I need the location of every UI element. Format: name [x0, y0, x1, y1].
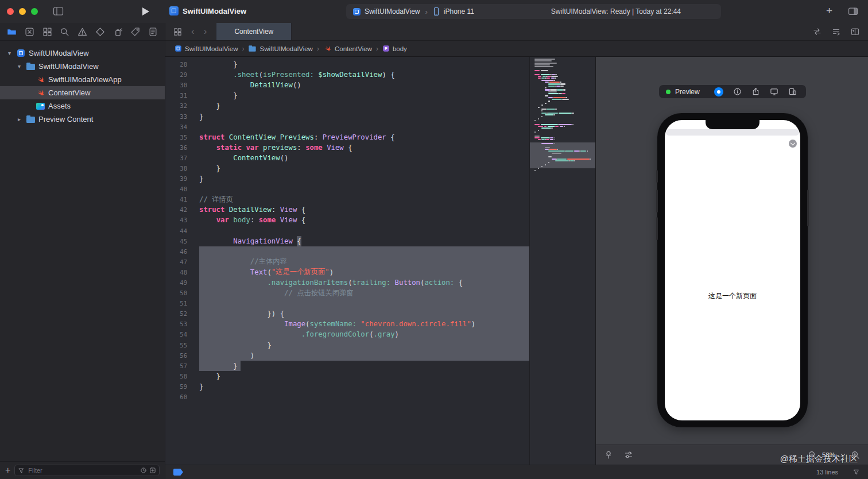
minimize-window-button[interactable] [19, 8, 26, 15]
sidebar-item-swiftuimodalview[interactable]: ▾SwiftUIModalView [0, 47, 165, 60]
breadcrumb-contentview[interactable]: ContentView [323, 44, 372, 53]
file-label: ContentView [48, 88, 90, 97]
run-button[interactable] [142, 7, 149, 16]
code-line[interactable]: 49 .navigationBarItems(trailing: Button(… [165, 277, 529, 288]
code-line[interactable]: 41// 详情页 [165, 194, 529, 204]
code-line[interactable]: 51 [165, 298, 529, 308]
code-line[interactable]: 58 } [165, 371, 529, 381]
code-line[interactable]: 42struct DetailView: View { [165, 204, 529, 215]
code-line[interactable]: 47 //主体内容 [165, 257, 529, 267]
code-line[interactable]: 39} [165, 173, 529, 184]
pin-preview-icon[interactable] [604, 450, 613, 459]
issue-navigator-icon[interactable] [78, 27, 87, 37]
sidebar-item-contentview[interactable]: ContentView [0, 86, 165, 99]
code-line[interactable]: 38 } [165, 163, 529, 173]
test-navigator-icon[interactable] [95, 27, 105, 37]
preview-on-display-icon[interactable] [770, 87, 778, 96]
library-plus-button[interactable]: + [826, 5, 832, 17]
scm-status-filter-icon[interactable] [149, 467, 156, 474]
debug-navigator-icon[interactable] [113, 27, 123, 37]
minimap[interactable] [529, 57, 595, 465]
symbol-navigator-icon[interactable] [42, 27, 52, 37]
code-line[interactable]: 33} [165, 111, 529, 121]
file-label: SwiftUIModalView [38, 62, 99, 71]
breadcrumb-body[interactable]: Pbody [382, 45, 407, 52]
forward-chevron-icon[interactable]: › [204, 27, 207, 36]
disclosure-icon[interactable]: ▸ [16, 116, 23, 122]
related-items-icon[interactable] [173, 28, 182, 36]
preview-duplicate-icon[interactable] [751, 87, 760, 96]
code-line[interactable]: 43 var body: some View { [165, 215, 529, 225]
recents-clock-icon[interactable] [140, 467, 147, 474]
report-navigator-icon[interactable] [148, 27, 158, 37]
navigator-toggle-icon[interactable] [53, 6, 64, 18]
code-line[interactable]: 54 .foregroundColor(.gray) [165, 329, 529, 339]
filter-field[interactable] [14, 465, 160, 476]
code-text: .sheet(isPresented: $showDetailView) { [199, 69, 529, 80]
canvas-settings-sliders-icon[interactable] [624, 450, 633, 459]
disclosure-icon[interactable]: ▾ [6, 50, 13, 56]
code-text: } [199, 111, 529, 121]
chevron-down-icon [790, 141, 795, 145]
navigator-filter-bar: + [0, 461, 165, 479]
code-line[interactable]: 37 ContentView() [165, 153, 529, 163]
live-preview-button[interactable] [714, 87, 723, 96]
code-line[interactable]: 57 } [165, 361, 529, 371]
sidebar-item-assets[interactable]: Assets [0, 99, 165, 113]
project-navigator-icon[interactable] [7, 27, 17, 37]
tab-contentview[interactable]: ContentView [216, 23, 292, 40]
status-filter-icon[interactable] [852, 468, 860, 476]
code-review-icon[interactable] [812, 27, 822, 36]
code-line[interactable]: 52 }) { [165, 308, 529, 319]
code-line[interactable]: 29 .sheet(isPresented: $showDetailView) … [165, 69, 529, 80]
scheme-selector[interactable]: SwiftUIModalView › iPhone 11 [353, 7, 474, 16]
code-line[interactable]: 60 [165, 392, 529, 402]
code-line[interactable]: 44 [165, 226, 529, 236]
code-line[interactable]: 56 ) [165, 350, 529, 361]
add-editor-icon[interactable] [850, 27, 860, 36]
code-line[interactable]: 45 NavigationView { [165, 236, 529, 246]
window-title: SwiftUIModalView [183, 7, 246, 16]
close-window-button[interactable] [7, 8, 14, 15]
tab-label: ContentView [234, 28, 273, 36]
code-text: Image(systemName: "chevron.down.circle.f… [199, 319, 529, 329]
code-line[interactable]: 30 DetailView() [165, 80, 529, 90]
breadcrumb-icon [324, 45, 331, 52]
code-line[interactable]: 46 [165, 246, 529, 257]
chevron-down-circle-button[interactable] [789, 140, 797, 148]
sidebar-item-swiftuimodalview[interactable]: ▾SwiftUIModalView [0, 60, 165, 73]
breakpoint-navigator-icon[interactable] [130, 27, 140, 37]
code-line[interactable]: 32 } [165, 101, 529, 111]
add-file-button[interactable]: + [5, 466, 10, 475]
code-line[interactable]: 59} [165, 381, 529, 392]
line-number: 57 [165, 362, 187, 369]
sidebar-item-swiftuimodalviewapp[interactable]: SwiftUIModalViewApp [0, 73, 165, 86]
code-line[interactable]: 50 // 点击按钮关闭弹窗 [165, 288, 529, 298]
code-line[interactable]: 36 static var previews: some View { [165, 142, 529, 153]
property-icon: P [383, 45, 389, 52]
editor-layout-icon[interactable] [847, 6, 859, 16]
source-control-navigator-icon[interactable] [25, 27, 34, 37]
breadcrumb-swiftuimodalview[interactable]: SwiftUIModalView [175, 45, 238, 52]
code-line[interactable]: 34 [165, 122, 529, 132]
code-line[interactable]: 40 [165, 184, 529, 194]
iphone-preview-frame: 这是一个新页面 [657, 113, 808, 427]
code-line[interactable]: 48 Text("这是一个新页面") [165, 267, 529, 277]
code-line[interactable]: 53 Image(systemName: "chevron.down.circl… [165, 319, 529, 329]
back-chevron-icon[interactable]: ‹ [191, 27, 195, 36]
filter-input[interactable] [27, 466, 138, 474]
code-line[interactable]: 28 } [165, 59, 529, 69]
code-line[interactable]: 35struct ContentView_Previews: PreviewPr… [165, 132, 529, 142]
disclosure-icon[interactable]: ▾ [16, 63, 23, 69]
sidebar-item-preview-content[interactable]: ▸Preview Content [0, 113, 165, 126]
code-line[interactable]: 55 } [165, 340, 529, 350]
breadcrumb-swiftuimodalview[interactable]: SwiftUIModalView [248, 45, 312, 52]
editor-options-icon[interactable] [831, 27, 841, 36]
fullscreen-window-button[interactable] [31, 8, 38, 15]
preview-info-icon[interactable] [733, 87, 742, 96]
code-editor[interactable]: 28 }29 .sheet(isPresented: $showDetailVi… [165, 57, 529, 465]
preview-device-settings-icon[interactable] [788, 87, 797, 96]
breakpoints-toggle-icon[interactable] [173, 469, 183, 476]
find-navigator-icon[interactable] [60, 27, 69, 37]
code-line[interactable]: 31 } [165, 90, 529, 101]
